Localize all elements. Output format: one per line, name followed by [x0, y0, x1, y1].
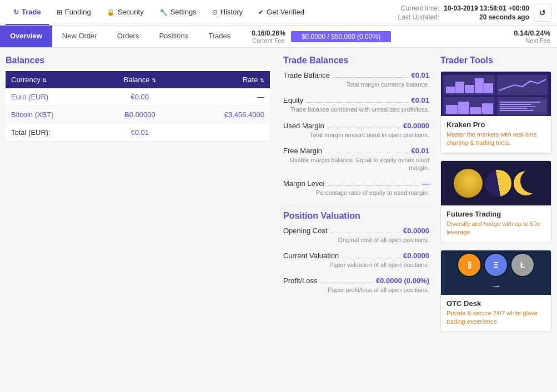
currency-xbt: Bitcoin (XBT) — [6, 106, 101, 124]
otc-arrow-icon: → — [491, 280, 501, 292]
litecoin-coin-icon: Ł — [510, 253, 535, 277]
current-valuation-row: Current Valuation €0.0000 Paper valuatio… — [283, 252, 429, 269]
moon-crescent — [514, 171, 538, 195]
otc-visual: ₿ Ξ Ł → — [441, 250, 551, 295]
futures-info: Futures Trading Diversify and hedge with… — [441, 205, 551, 243]
equity-row: Equity €0.01 Trade balance combined with… — [283, 96, 429, 113]
col-rate[interactable]: Rate — [179, 71, 270, 88]
mini-chart-2 — [497, 75, 548, 95]
otc-desk-card[interactable]: ₿ Ξ Ł → OTC Desk Private & secure 24/7 w… — [440, 250, 551, 333]
nav-settings[interactable]: 🔧 Settings — [152, 0, 204, 25]
moon-full — [454, 169, 483, 198]
kraken-pro-info: Kraken Pro Master the markets with real-… — [441, 116, 551, 153]
nav-funding[interactable]: ⊞ Funding — [49, 0, 99, 25]
header-time-info: Current time: 10-03-2019 13:58:01 +00:00… — [398, 4, 551, 22]
subnav-overview[interactable]: Overview — [0, 26, 52, 47]
verified-icon: ✔ — [258, 8, 264, 16]
funding-icon: ⊞ — [57, 8, 62, 16]
current-fee-box: 0.16/0.26% Current Fee — [252, 29, 285, 44]
mini-chart-4 — [497, 97, 548, 115]
otc-desc: Private & secure 24/7 white-glove tradin… — [446, 309, 545, 326]
nav-security[interactable]: 🔒 Security — [99, 0, 152, 25]
trader-tools-title: Trader Tools — [440, 56, 551, 66]
moon-half — [483, 168, 514, 199]
otc-title: OTC Desk — [446, 299, 545, 308]
settings-icon: 🔧 — [159, 8, 168, 16]
otc-info: OTC Desk Private & secure 24/7 white-glo… — [441, 295, 551, 332]
futures-visual — [441, 161, 551, 205]
table-row: Euro (EUR) €0.00 — — [6, 88, 270, 106]
top-nav: ↻ Trade ⊞ Funding 🔒 Security 🔧 Settings … — [0, 0, 557, 26]
col-currency[interactable]: Currency — [6, 71, 101, 88]
bitcoin-coin-icon: ₿ — [457, 253, 481, 277]
currency-eur: Euro (EUR) — [6, 88, 101, 106]
balances-section: Balances Currency Balance Rate Euro — [6, 56, 278, 339]
mini-chart-3 — [444, 97, 495, 115]
refresh-button[interactable]: ↺ — [534, 4, 551, 22]
nav-trade[interactable]: ↻ Trade — [6, 0, 49, 25]
opening-cost-row: Opening Cost €0.0000 Original cost of al… — [283, 227, 429, 244]
used-margin-row: Used Margin €0.0000 Total margin amount … — [283, 122, 429, 139]
fee-bar: $0.0000 / $50,000 (0.00%) — [291, 31, 391, 42]
security-icon: 🔒 — [107, 8, 115, 16]
nav-get-verified[interactable]: ✔ Get Verified — [250, 0, 312, 25]
moons-visual — [441, 161, 551, 205]
nav-history[interactable]: ⊙ History — [204, 0, 250, 25]
kraken-pro-title: Kraken Pro — [446, 120, 545, 129]
subnav-positions[interactable]: Positions — [149, 26, 198, 47]
kraken-pro-visual — [441, 72, 551, 116]
futures-desc: Diversify and hedge with up to 50x lever… — [446, 220, 545, 237]
profit-loss-row: Profit/Loss €0.0000 (0.00%) Paper profit… — [283, 277, 429, 294]
total-label: Total (EUR): — [6, 124, 101, 142]
futures-trading-card[interactable]: Futures Trading Diversify and hedge with… — [440, 160, 551, 243]
balances-table: Currency Balance Rate Euro (EUR) €0.00 — — [6, 71, 270, 142]
trader-tools-section: Trader Tools — [435, 56, 551, 339]
margin-level-row: Margin Level — Percentage ratio of equit… — [283, 179, 429, 197]
free-margin-row: Free Margin €0.01 Usable margin balance.… — [283, 147, 429, 172]
kraken-pro-card[interactable]: Kraken Pro Master the markets with real-… — [440, 71, 551, 154]
trade-section: Trade Balances Trade Balance €0.01 Total… — [278, 56, 435, 339]
next-fee-box: 0.14/0.24% Next Fee — [514, 29, 557, 44]
fee-info: 0.16/0.26% Current Fee $0.0000 / $50,000… — [252, 29, 557, 44]
trade-balances-title: Trade Balances — [283, 56, 429, 66]
history-icon: ⊙ — [212, 8, 218, 16]
kraken-pro-desc: Master the markets with real-time charti… — [446, 130, 545, 148]
trade-icon: ↻ — [13, 8, 19, 16]
trade-balance-row: Trade Balance €0.01 Total margin currenc… — [283, 71, 429, 88]
ethereum-coin-icon: Ξ — [484, 253, 508, 277]
table-row-total: Total (EUR): €0.01 — [6, 124, 270, 142]
position-valuation-title: Position Valuation — [283, 211, 429, 221]
balances-title: Balances — [6, 56, 270, 66]
mini-chart-1 — [444, 75, 495, 95]
sub-nav: Overview New Order Orders Positions Trad… — [0, 26, 557, 48]
col-balance[interactable]: Balance — [101, 71, 179, 88]
subnav-trades[interactable]: Trades — [198, 26, 240, 47]
table-row: Bitcoin (XBT) Ƀ0.00000 €3,456.4000 — [6, 106, 270, 124]
subnav-new-order[interactable]: New Order — [52, 26, 107, 47]
futures-title: Futures Trading — [446, 210, 545, 218]
main-content: Balances Currency Balance Rate Euro — [0, 48, 557, 346]
subnav-orders[interactable]: Orders — [107, 26, 149, 47]
